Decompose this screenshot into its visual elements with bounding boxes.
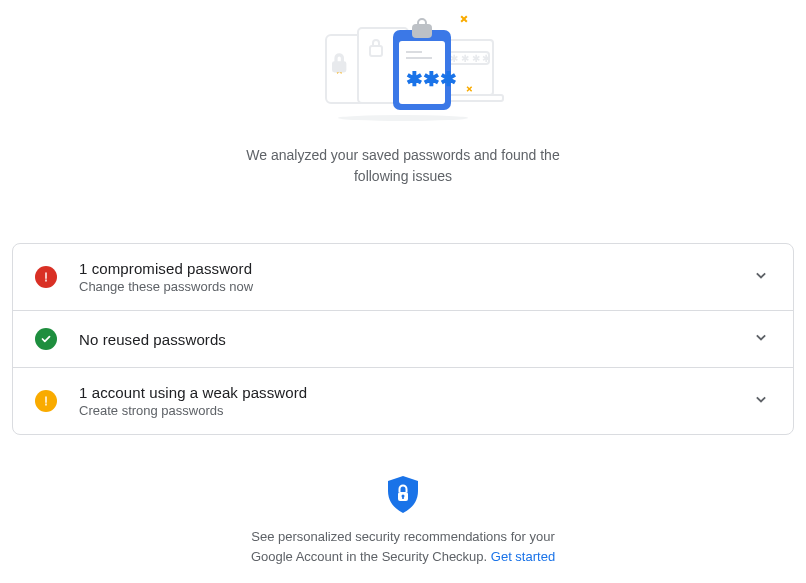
footer-section: See personalized security recommendation… — [12, 475, 794, 566]
row-title: 1 compromised password — [79, 260, 751, 277]
compromised-passwords-row[interactable]: 1 compromised password Change these pass… — [13, 244, 793, 311]
svg-text:✱ ✱ ✱ ✱: ✱ ✱ ✱ ✱ — [450, 53, 490, 64]
warning-icon — [35, 390, 57, 412]
check-icon — [35, 328, 57, 350]
svg-point-14 — [338, 115, 468, 121]
footer-text: See personalized security recommendation… — [233, 527, 573, 566]
hero-text: We analyzed your saved passwords and fou… — [223, 145, 583, 187]
svg-text:✱✱✱: ✱✱✱ — [406, 68, 457, 90]
shield-lock-icon — [12, 475, 794, 515]
row-content: 1 account using a weak password Create s… — [79, 384, 751, 418]
chevron-down-icon — [751, 327, 771, 351]
password-issues-card: 1 compromised password Change these pass… — [12, 243, 794, 435]
row-subtitle: Create strong passwords — [79, 403, 751, 418]
get-started-link[interactable]: Get started — [491, 549, 555, 564]
row-subtitle: Change these passwords now — [79, 279, 751, 294]
hero-section: ✱ ✱ ✱ ✱ ✱✱✱ We analyzed your saved passw… — [12, 0, 794, 211]
password-checkup-illustration: ✱ ✱ ✱ ✱ ✱✱✱ — [12, 10, 794, 125]
svg-rect-17 — [402, 496, 404, 499]
weak-passwords-row[interactable]: 1 account using a weak password Create s… — [13, 368, 793, 434]
row-content: 1 compromised password Change these pass… — [79, 260, 751, 294]
row-title: 1 account using a weak password — [79, 384, 751, 401]
chevron-down-icon — [751, 265, 771, 289]
reused-passwords-row[interactable]: No reused passwords — [13, 311, 793, 368]
alert-icon — [35, 266, 57, 288]
row-content: No reused passwords — [79, 331, 751, 348]
chevron-down-icon — [751, 389, 771, 413]
row-title: No reused passwords — [79, 331, 751, 348]
